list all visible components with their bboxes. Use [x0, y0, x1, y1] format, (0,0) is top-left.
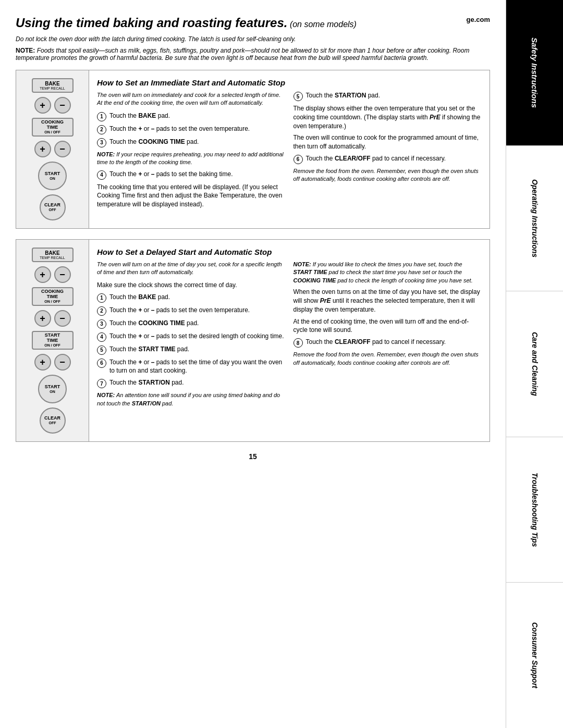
sidebar-safety: Safety Instructions	[506, 0, 563, 146]
section2-content: How to Set a Delayed Start and Automatic…	[89, 240, 489, 441]
start-on-button-2[interactable]: START ON	[38, 375, 67, 403]
page-title: Using the timed baking and roasting feat…	[16, 16, 357, 30]
plus-minus-row-5: + −	[34, 354, 71, 371]
minus-button-1[interactable]: −	[54, 97, 71, 114]
minus-button-2[interactable]: −	[54, 141, 71, 157]
step2-3: 3 Touch the COOKING TIME pad.	[97, 319, 286, 329]
section2-note-right: NOTE: If you would like to check the tim…	[293, 261, 482, 285]
minus-button-5[interactable]: −	[54, 354, 71, 371]
start-time-button-2[interactable]: START TIME ON / OFF	[32, 331, 74, 350]
plus-minus-row-3: + −	[34, 266, 71, 283]
section1-panel: BAKE TEMP RECALL + − COOKING TIME ON / O…	[16, 70, 490, 229]
section1-display-text: The display shows either the oven temper…	[293, 104, 482, 130]
step1-4: 4 Touch the + or – pads to set the bakin…	[97, 170, 286, 180]
page-number: 15	[16, 452, 490, 461]
spoilage-note: NOTE: Foods that spoil easily—such as mi…	[16, 47, 490, 61]
cooking-time-button-1[interactable]: COOKING TIME ON / OFF	[32, 118, 74, 137]
bake-button[interactable]: BAKE TEMP RECALL	[32, 78, 74, 93]
section2-remove-text: Remove the food from the oven. Remember,…	[293, 351, 482, 367]
cooking-time-button-2[interactable]: COOKING TIME ON / OFF	[32, 287, 74, 306]
section1-heading: How to Set an Immediate Start and Automa…	[97, 78, 482, 87]
oven-control-panel-2: BAKE TEMP RECALL + − COOKING TIME ON / O…	[16, 240, 89, 441]
step1-1: 1 Touch the BAKE pad.	[97, 112, 286, 121]
right-sidebar: Safety Instructions Operating Instructio…	[506, 0, 563, 728]
step2-7: 7 Touch the START/ON pad.	[97, 378, 286, 388]
section1-continue-text: The oven will continue to cook for the p…	[293, 133, 482, 151]
step2-2: 2 Touch the + or – pads to set the oven …	[97, 306, 286, 316]
minus-button-3[interactable]: −	[54, 266, 71, 283]
step2-6: 6 Touch the + or – pads to set the time …	[97, 358, 286, 376]
plus-minus-row-4: + −	[34, 310, 71, 327]
sidebar-care: Care and Cleaning	[506, 291, 563, 437]
sidebar-consumer: Consumer Support	[506, 583, 563, 728]
plus-minus-row-2: + −	[34, 141, 71, 157]
ge-logo: ge.com	[466, 16, 490, 23]
plus-button-5[interactable]: +	[34, 354, 51, 371]
section2-end-text: At the end of cooking time, the oven wil…	[293, 317, 482, 335]
section2-when-text: When the oven turns on at the time of da…	[293, 288, 482, 314]
plus-button-4[interactable]: +	[34, 310, 51, 327]
step2-4: 4 Touch the + or – pads to set the desir…	[97, 332, 286, 342]
plus-button-3[interactable]: +	[34, 266, 51, 283]
plus-button-2[interactable]: +	[34, 141, 51, 157]
section2-heading: How to Set a Delayed Start and Automatic…	[97, 248, 482, 256]
page-header: Using the timed baking and roasting feat…	[16, 16, 490, 30]
section2-panel: BAKE TEMP RECALL + − COOKING TIME ON / O…	[16, 239, 490, 442]
step1-2: 2 Touch the + or – pads to set the oven …	[97, 125, 286, 134]
section2-make-sure: Make sure the clock shows the correct ti…	[97, 281, 286, 290]
step2-1: 1 Touch the BAKE pad.	[97, 293, 286, 303]
plus-minus-row-1: + −	[34, 97, 71, 114]
section1-note: NOTE: If your recipe requires preheating…	[97, 151, 286, 167]
step2-5: 5 Touch the START TIME pad.	[97, 345, 286, 355]
sidebar-operating: Operating Instructions	[506, 146, 563, 292]
section2-note-bottom: NOTE: An attention tone will sound if yo…	[97, 391, 286, 408]
start-on-button-1[interactable]: START ON	[38, 162, 67, 190]
oven-control-panel-1: BAKE TEMP RECALL + − COOKING TIME ON / O…	[16, 70, 89, 228]
section1-intro: The oven will turn on immediately and co…	[97, 91, 286, 107]
step1-5: 5 Touch the START/ON pad.	[293, 91, 482, 101]
section1-remove-text: Remove the food from the oven. Remember,…	[293, 167, 482, 183]
step1-6: 6 Touch the CLEAR/OFF pad to cancel if n…	[293, 154, 482, 164]
section2-intro: The oven will turn on at the time of day…	[97, 261, 286, 277]
step1-3: 3 Touch the COOKING TIME pad.	[97, 138, 286, 147]
bake-button-2[interactable]: BAKE TEMP RECALL	[32, 248, 74, 262]
door-warning: Do not lock the oven door with the latch…	[16, 35, 490, 43]
clear-off-button-2[interactable]: CLEAR OFF	[40, 408, 66, 434]
sidebar-troubleshooting: Troubleshooting Tips	[506, 437, 563, 583]
plus-button-1[interactable]: +	[34, 97, 51, 114]
minus-button-4[interactable]: −	[54, 310, 71, 327]
step2-8: 8 Touch the CLEAR/OFF pad to cancel if n…	[293, 338, 482, 348]
section1-content: How to Set an Immediate Start and Automa…	[89, 70, 489, 228]
clear-off-button-1[interactable]: CLEAR OFF	[40, 194, 66, 220]
section1-body1: The cooking time that you entered will b…	[97, 183, 286, 209]
